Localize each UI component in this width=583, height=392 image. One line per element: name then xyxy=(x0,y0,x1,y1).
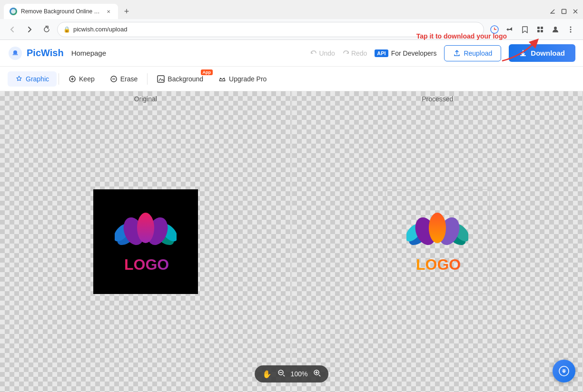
close-tab-button[interactable]: ✕ xyxy=(105,8,112,15)
svg-rect-8 xyxy=(537,27,540,29)
svg-rect-4 xyxy=(562,10,566,14)
original-checker-bg: LOGO xyxy=(0,91,291,392)
tool-divider-1 xyxy=(59,73,59,85)
tool-bar: Graphic Keep Erase Background App Upgrad… xyxy=(0,67,583,91)
tool-erase[interactable]: Erase xyxy=(102,71,146,87)
download-button[interactable]: Download xyxy=(509,44,575,62)
erase-icon xyxy=(110,75,118,83)
svg-point-15 xyxy=(570,31,572,32)
svg-rect-3 xyxy=(550,13,555,14)
forward-button[interactable] xyxy=(23,23,36,36)
logo-text: PicWish xyxy=(27,48,64,59)
zoom-bar: ✋ 100% xyxy=(255,365,329,382)
svg-point-30 xyxy=(137,213,154,243)
svg-point-38 xyxy=(429,213,446,243)
graphic-icon xyxy=(15,75,23,83)
processed-label: Processed xyxy=(422,95,453,103)
svg-line-41 xyxy=(283,375,285,376)
original-logo-text: LOGO xyxy=(122,255,169,273)
background-icon xyxy=(157,75,165,83)
bookmark-icon[interactable] xyxy=(518,23,532,36)
tool-divider-2 xyxy=(147,73,148,85)
reupload-label: Reupload xyxy=(464,49,492,57)
logo-area: PicWish xyxy=(8,46,64,61)
for-developers-link[interactable]: API For Developers xyxy=(375,49,436,57)
upgrade-pro-label: Upgrade Pro xyxy=(229,75,267,83)
erase-label: Erase xyxy=(120,75,138,83)
hand-icon[interactable]: ✋ xyxy=(262,370,272,379)
zoom-level: 100% xyxy=(291,370,308,378)
tool-graphic[interactable]: Graphic xyxy=(8,71,57,87)
picwish-logo-icon xyxy=(8,46,23,61)
original-label: Original xyxy=(134,95,157,103)
svg-text:LOGO: LOGO xyxy=(124,256,169,273)
reupload-button[interactable]: Reupload xyxy=(444,45,501,61)
google-icon[interactable] xyxy=(488,23,501,36)
browser-toolbar: 🔒 picwish.com/upload xyxy=(0,19,583,40)
lock-icon: 🔒 xyxy=(63,26,70,33)
processed-checker-bg: LOGO xyxy=(292,91,583,392)
original-logo-image: LOGO xyxy=(93,189,198,294)
svg-point-0 xyxy=(11,9,16,14)
redo-label: Redo xyxy=(351,49,367,57)
undo-redo-group: Undo Redo xyxy=(310,49,367,57)
undo-button[interactable]: Undo xyxy=(310,49,335,57)
homepage-link[interactable]: Homepage xyxy=(71,49,106,57)
zoom-out-icon[interactable] xyxy=(277,369,285,379)
keep-icon xyxy=(69,75,76,83)
crown-icon xyxy=(218,75,226,83)
tool-background[interactable]: Background App xyxy=(149,71,211,87)
original-panel: LOGO Original xyxy=(0,91,291,392)
maximize-button[interactable] xyxy=(560,8,568,15)
undo-label: Undo xyxy=(319,49,335,57)
svg-rect-11 xyxy=(541,30,543,32)
svg-rect-10 xyxy=(537,30,540,32)
processed-logo-image: LOGO xyxy=(385,189,490,294)
share-icon[interactable] xyxy=(503,23,516,36)
svg-point-17 xyxy=(13,50,17,54)
svg-text:LOGO: LOGO xyxy=(416,256,461,273)
keep-label: Keep xyxy=(79,75,95,83)
redo-button[interactable]: Redo xyxy=(343,49,367,57)
extensions-icon[interactable] xyxy=(534,23,547,36)
chatbot-icon xyxy=(558,365,570,377)
zoom-in-icon[interactable] xyxy=(313,369,321,379)
svg-line-44 xyxy=(319,375,320,376)
back-button[interactable] xyxy=(6,23,19,36)
browser-tab[interactable]: Remove Background Online 100 ✕ xyxy=(4,4,118,19)
close-button[interactable] xyxy=(572,8,579,15)
url-text: picwish.com/upload xyxy=(73,26,127,33)
svg-point-12 xyxy=(554,27,557,29)
for-developers-label: For Developers xyxy=(391,49,437,57)
toolbar-actions xyxy=(488,23,577,36)
svg-point-49 xyxy=(565,370,566,371)
browser-titlebar: Remove Background Online 100 ✕ + xyxy=(0,0,583,19)
processed-logo-text: LOGO xyxy=(414,255,461,273)
profile-icon[interactable] xyxy=(549,23,562,36)
minimize-button[interactable] xyxy=(549,8,556,15)
processed-lotus-svg xyxy=(406,211,468,252)
tab-title: Remove Background Online 100 xyxy=(21,8,101,15)
tab-favicon xyxy=(10,8,17,15)
svg-point-14 xyxy=(570,29,572,30)
processed-panel: LOGO Processed xyxy=(292,91,583,392)
browser-chrome: Remove Background Online 100 ✕ + � xyxy=(0,0,583,40)
original-lotus-svg xyxy=(115,211,177,252)
tool-upgrade-pro[interactable]: Upgrade Pro xyxy=(211,71,274,87)
background-label: Background xyxy=(168,75,203,83)
api-badge: API xyxy=(375,49,388,57)
download-label: Download xyxy=(531,49,565,57)
chatbot-button[interactable] xyxy=(553,360,575,382)
new-tab-button[interactable]: + xyxy=(120,5,133,18)
svg-point-13 xyxy=(570,26,572,28)
reload-button[interactable] xyxy=(40,23,53,36)
graphic-label: Graphic xyxy=(26,75,49,83)
tool-keep[interactable]: Keep xyxy=(61,71,102,87)
address-bar[interactable]: 🔒 picwish.com/upload xyxy=(57,22,484,37)
canvas-area: LOGO Original xyxy=(0,91,583,392)
app-header: PicWish Homepage Undo Redo API For Devel… xyxy=(0,40,583,67)
menu-icon[interactable] xyxy=(564,23,577,36)
window-controls xyxy=(549,8,579,15)
svg-point-48 xyxy=(563,370,563,371)
svg-rect-9 xyxy=(541,27,543,29)
